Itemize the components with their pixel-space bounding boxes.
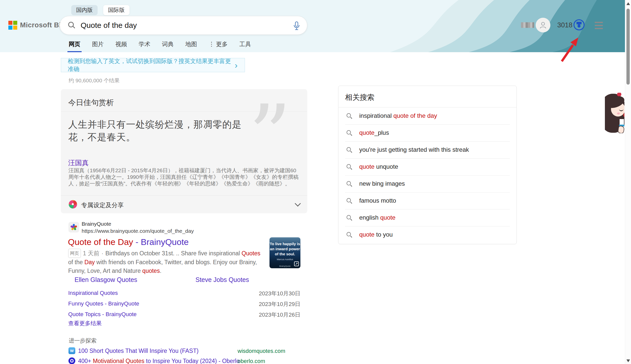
language-notice-bar[interactable]: 检测到您输入了英文，试试切换到国际版？搜英文结果更丰富更准确 › (61, 58, 245, 72)
sitelink-date: 2023年10月26日 (259, 311, 300, 319)
search-input[interactable]: Quote of the day (81, 21, 137, 30)
scroll-down-arrow-icon[interactable] (626, 359, 630, 362)
related-search-text: english quote (359, 214, 395, 221)
explore-domain: oberlo.com (238, 358, 265, 364)
related-search-item[interactable]: new bing images (338, 175, 516, 192)
search-nav-tabs: 网页图片视频学术词典地图⋮更多工具 (69, 40, 251, 48)
bing-search-page: 国内版国际版 Microsoft Bing Quote of the day (0, 0, 631, 364)
quote-author-link[interactable]: 汪国真 (68, 158, 89, 167)
related-search-item[interactable]: english quote (338, 209, 516, 226)
nav-tab-地图[interactable]: 地图 (185, 40, 197, 48)
search-icon (347, 113, 351, 118)
explore-domain: wisdomquotes.com (238, 348, 285, 354)
related-search-text: you're just getting started with this st… (359, 146, 469, 153)
explore-item: w100 Short Quotes That Will Inspire You … (61, 346, 300, 356)
result-snippet: 网页1 天前·Birthdays on October 31st. .. Sha… (68, 249, 265, 275)
sitelink-date: 2023年10月29日 (259, 300, 300, 308)
header-wave-decoration (352, 0, 631, 52)
search-icon (347, 147, 351, 151)
explore-link[interactable]: 100 Short Quotes That Will Inspire You (… (78, 348, 199, 354)
rewards-medal-icon[interactable] (573, 19, 585, 31)
quote-text-line1: 人生并非只有一处缤纷烂漫，那凋零的是 (68, 118, 242, 131)
thumbnail-quote-text: To live happily isan inward powerof the … (269, 241, 300, 257)
result-thumbnail[interactable]: To live happily isan inward powerof the … (269, 237, 300, 268)
scrollbar[interactable] (625, 0, 631, 364)
microphone-icon[interactable] (293, 21, 300, 30)
sitelink-link[interactable]: Funny Quotes - BrainyQuote (68, 300, 139, 307)
wisdomquotes-favicon: w (68, 347, 75, 354)
sitelink-row: Funny Quotes - BrainyQuote2023年10月29日 (61, 298, 300, 309)
nav-tab-图片[interactable]: 图片 (92, 40, 104, 48)
related-search-text: quote_plus (359, 129, 389, 136)
related-searches-panel: 相关搜索 inspirational quote of the dayquote… (338, 86, 517, 244)
sitelink-row: Inspirational Quotes2023年10月30日 (61, 288, 300, 298)
related-search-item[interactable]: quote unquote (338, 158, 516, 175)
settings-share-label[interactable]: 专属设定及分享 (81, 201, 124, 209)
sitelink-steve-jobs-quotes[interactable]: Steve Jobs Quotes (195, 276, 249, 283)
explore-link[interactable]: 400+ Motivational Quotes to Inspire You … (78, 358, 240, 364)
result-url[interactable]: https://www.brainyquote.com/quote_of_the… (82, 228, 194, 234)
brainyquote-favicon (68, 222, 79, 233)
explore-list: w100 Short Quotes That Will Inspire You … (61, 346, 300, 364)
divider (61, 195, 307, 196)
nav-tab-学术[interactable]: 学术 (139, 40, 150, 48)
dot-separator: · (99, 250, 105, 257)
sitelink-link[interactable]: Inspirational Quotes (68, 290, 118, 296)
search-icon (347, 198, 351, 202)
region-tabs: 国内版国际版 (71, 5, 130, 15)
nav-tab-视频[interactable]: 视频 (115, 40, 127, 48)
related-search-item[interactable]: you're just getting started with this st… (338, 141, 516, 158)
related-search-item[interactable]: famous motto (338, 192, 516, 209)
expand-icon[interactable]: ↗ (294, 261, 299, 266)
related-searches-list: inspirational quote of the dayquote_plus… (338, 107, 516, 243)
search-icon (347, 130, 351, 135)
chevron-down-icon[interactable] (295, 200, 301, 206)
related-search-text: inspirational quote of the day (359, 112, 437, 119)
sitelink-row: Quote Topics - BrainyQuote2023年10月26日 (61, 309, 300, 320)
search-icon (347, 164, 351, 168)
related-search-text: quote unquote (359, 163, 398, 170)
nav-tab-词典[interactable]: 词典 (162, 40, 174, 48)
more-results-link[interactable]: 查看更多结果 (68, 320, 102, 327)
sitelinks-list: Inspirational Quotes2023年10月30日Funny Quo… (61, 288, 300, 320)
username-blurred (521, 22, 534, 28)
search-icon (347, 181, 351, 185)
mascot-girl (605, 93, 624, 133)
notice-text: 检测到您输入了英文，试试切换到国际版？搜英文结果更丰富更准确 (68, 57, 235, 73)
search-icon (347, 215, 351, 219)
results-count: 约 90,600,000 个结果 (69, 77, 120, 84)
scrollbar-thumb[interactable] (626, 9, 630, 85)
rewards-points[interactable]: 3018 (557, 21, 572, 29)
explore-item: 400+ Motivational Quotes to Inspire You … (61, 356, 300, 364)
chevron-right-icon[interactable]: › (235, 61, 238, 69)
result-title-link[interactable]: Quote of the Day - BrainyQuote (68, 237, 189, 247)
sitelink-ellen-glasgow-quotes[interactable]: Ellen Glasgow Quotes (75, 276, 137, 283)
region-tab-国内版[interactable]: 国内版 (71, 5, 98, 15)
author-bio: 汪国真（1956年6月22日 - 2015年4月26日），祖籍福建厦门，当代诗人… (68, 167, 301, 187)
nav-tab-工具[interactable]: 工具 (239, 40, 251, 48)
region-tab-国际版[interactable]: 国际版 (103, 5, 130, 15)
thumbnail-author: Marcus Aurelius (269, 258, 300, 261)
header: 国内版国际版 Microsoft Bing Quote of the day (0, 0, 631, 52)
nav-tab-网页[interactable]: 网页 (69, 40, 80, 48)
more-dots-icon: ⋮ (209, 41, 214, 47)
result-site-name: BrainyQuote (82, 221, 111, 227)
related-search-item[interactable]: inspirational quote of the day (338, 107, 516, 124)
related-search-item[interactable]: quote_plus (338, 124, 516, 141)
quote-text-line2: 花，不是春天。 (68, 131, 136, 144)
search-icon (347, 232, 351, 236)
related-searches-title: 相关搜索 (345, 92, 374, 103)
oberlo-favicon (68, 357, 75, 364)
sitelink-date: 2023年10月30日 (259, 290, 300, 297)
web-badge: 网页 (68, 249, 81, 258)
user-avatar[interactable] (536, 18, 550, 32)
person-icon (539, 21, 547, 29)
nav-tab-更多[interactable]: ⋮更多 (209, 40, 228, 48)
search-box[interactable]: Quote of the day (60, 16, 307, 35)
quote-of-day-card: 今日佳句赏析 人生并非只有一处缤纷烂漫，那凋零的是 花，不是春天。 ” 汪国真 … (61, 89, 307, 213)
sitelink-link[interactable]: Quote Topics - BrainyQuote (68, 311, 137, 318)
quote-card-title: 今日佳句赏析 (68, 98, 114, 108)
scroll-up-arrow-icon[interactable] (626, 2, 630, 5)
related-search-item[interactable]: quote to you (338, 226, 516, 243)
hamburger-menu-icon[interactable] (595, 22, 603, 31)
